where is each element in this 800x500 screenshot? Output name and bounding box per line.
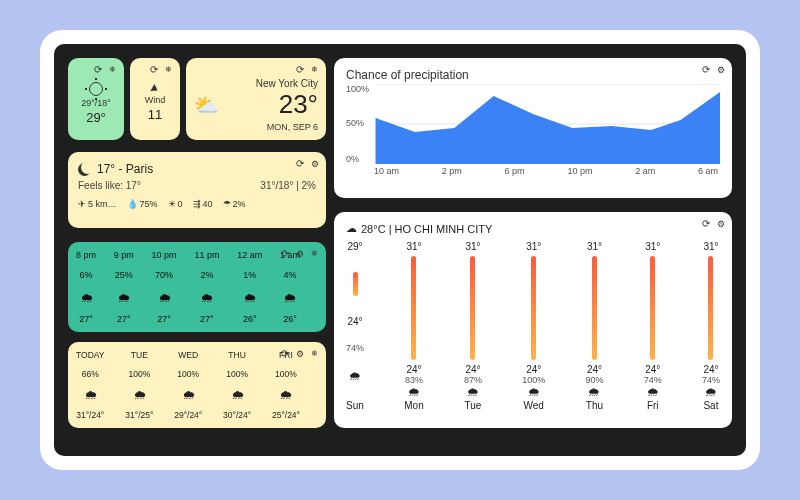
widget-fiveday[interactable]: TODAY66%🌧31°/24°TUE100%🌧31°/25°WED100%🌧2… (68, 342, 326, 428)
date-label: MON, SEP 6 (267, 122, 318, 132)
y-label-50: 50% (346, 118, 364, 128)
refresh-icon[interactable] (294, 158, 305, 169)
hcmc-header: ☁ 28°C | HO CHI MINH CITY (346, 222, 720, 235)
day-col: THU100%🌧30°/24° (223, 350, 251, 420)
wind-direction-icon (150, 84, 159, 94)
hourly-col: 8 pm6%🌧27° (76, 250, 96, 324)
widgets-panel: 29°/18° 29° Wind 11 ⛅ New York City 23° … (54, 44, 746, 456)
refresh-icon[interactable] (700, 218, 711, 229)
gear-icon[interactable] (715, 218, 726, 229)
week-col: 31°24°87%🌧Tue (464, 241, 482, 411)
x-axis-labels: 10 am2 pm6 pm10 pm2 am6 am (346, 166, 720, 176)
refresh-icon[interactable] (92, 64, 103, 75)
week-col: 31°24°83%🌧Mon (404, 241, 423, 411)
week-col: 31°24°74%🌧Sat (702, 241, 720, 411)
widget-wind[interactable]: Wind 11 (130, 58, 180, 140)
headline: 17° - Paris (97, 162, 153, 176)
refresh-icon[interactable] (700, 64, 711, 75)
gear-icon[interactable] (715, 64, 726, 75)
hourly-col: 9 pm25%🌧27° (114, 250, 134, 324)
stat-humidity: 💧 75% (127, 199, 158, 209)
week-col: 31°24°90%🌧Thu (585, 241, 603, 411)
hourly-col: 1 am4%🌧26° (280, 250, 300, 324)
refresh-icon[interactable] (294, 64, 305, 75)
sun-icon (89, 82, 103, 96)
y-label-100: 100% (346, 84, 369, 94)
day-col: WED100%🌧29°/24° (174, 350, 202, 420)
widget-nyc[interactable]: ⛅ New York City 23° MON, SEP 6 (186, 58, 326, 140)
snow-icon[interactable] (163, 64, 174, 75)
hilo-precip: 31°/18° | 2% (260, 180, 316, 191)
widget-hourly[interactable]: 8 pm6%🌧27°9 pm25%🌧27°10 pm70%🌧27°11 pm2%… (68, 242, 326, 332)
snow-icon[interactable] (309, 248, 320, 259)
stat-uv: ☀ 0 (168, 199, 183, 209)
gear-icon[interactable] (294, 248, 305, 259)
y-label-0: 0% (346, 154, 359, 164)
refresh-icon[interactable] (279, 348, 290, 359)
widget-paris[interactable]: 17° - Paris Feels like: 17°31°/18° | 2% … (68, 152, 326, 228)
widget-precip-chart[interactable]: Chance of precipitation 100% 50% 0% 10 a… (334, 58, 732, 198)
chart-title: Chance of precipitation (346, 68, 720, 82)
hourly-col: 10 pm70%🌧27° (152, 250, 177, 324)
precip-area-chart (346, 84, 720, 164)
day-col: TUE100%🌧31°/25° (125, 350, 153, 420)
temp-large: 23° (279, 89, 318, 120)
moon-icon (78, 163, 91, 176)
snow-icon[interactable] (309, 64, 320, 75)
stat-precip: ☂ 2% (223, 199, 246, 209)
feels-like: Feels like: 17° (78, 180, 141, 191)
stat-wind: ✈ 5 km… (78, 199, 117, 209)
widget-current-temp[interactable]: 29°/18° 29° (68, 58, 124, 140)
city-label: New York City (256, 78, 318, 89)
snow-icon[interactable] (309, 348, 320, 359)
hourly-col: 11 pm2%🌧27° (194, 250, 219, 324)
widget-hcmc-week[interactable]: ☁ 28°C | HO CHI MINH CITY 29°24°74%🌧Sun3… (334, 212, 732, 428)
day-col: TODAY66%🌧31°/24° (76, 350, 105, 420)
gear-icon[interactable] (309, 158, 320, 169)
refresh-icon[interactable] (148, 64, 159, 75)
wind-label: Wind (145, 95, 166, 105)
wind-value: 11 (148, 107, 162, 122)
stat-aqi: ⇶ 40 (193, 199, 213, 209)
hourly-col: 12 am1%🌧26° (237, 250, 262, 324)
week-col: 31°24°74%🌧Fri (644, 241, 662, 411)
snow-icon[interactable] (107, 64, 118, 75)
temp-text: 29° (86, 110, 106, 125)
refresh-icon[interactable] (279, 248, 290, 259)
week-col: 31°24°100%🌧Wed (522, 241, 545, 411)
gear-icon[interactable] (294, 348, 305, 359)
app-frame: 29°/18° 29° Wind 11 ⛅ New York City 23° … (40, 30, 760, 470)
week-col: 29°24°74%🌧Sun (346, 241, 364, 411)
partly-cloudy-icon: ⛅ (194, 93, 219, 117)
day-col: FRI100%🌧25°/24° (272, 350, 300, 420)
